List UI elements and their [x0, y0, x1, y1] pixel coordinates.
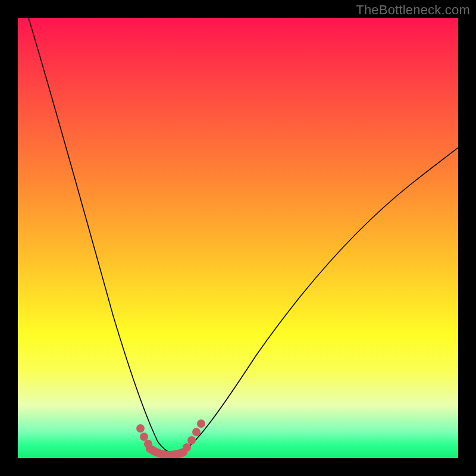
marker-dot — [144, 440, 152, 448]
bottleneck-curve — [29, 18, 458, 453]
marker-dot — [136, 424, 145, 433]
curve-layer — [18, 18, 458, 458]
chart-frame: TheBottleneck.com — [0, 0, 476, 476]
marker-valley-bar — [150, 449, 183, 455]
marker-dot — [183, 443, 191, 452]
watermark-text: TheBottleneck.com — [356, 2, 470, 18]
plot-area — [18, 18, 458, 458]
marker-dot — [140, 433, 148, 441]
marker-dot — [197, 419, 205, 428]
marker-dot — [187, 436, 196, 444]
marker-dot — [192, 428, 201, 436]
